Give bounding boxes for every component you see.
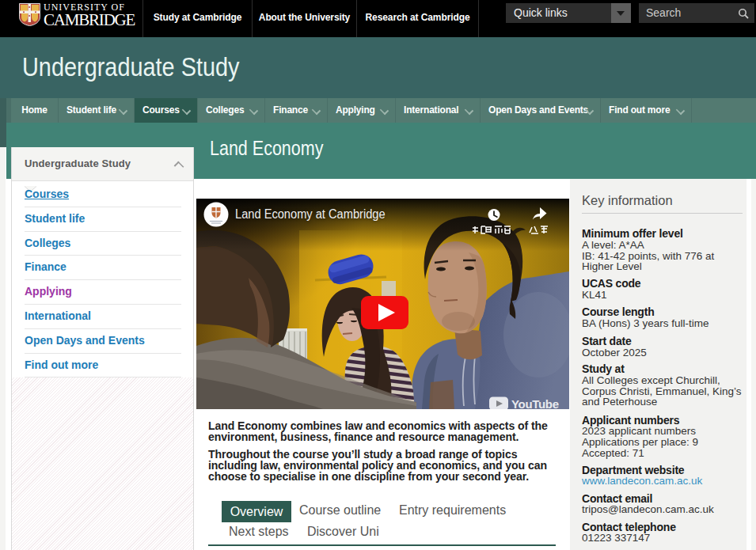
svg-text:YouTube: YouTube — [511, 397, 559, 409]
